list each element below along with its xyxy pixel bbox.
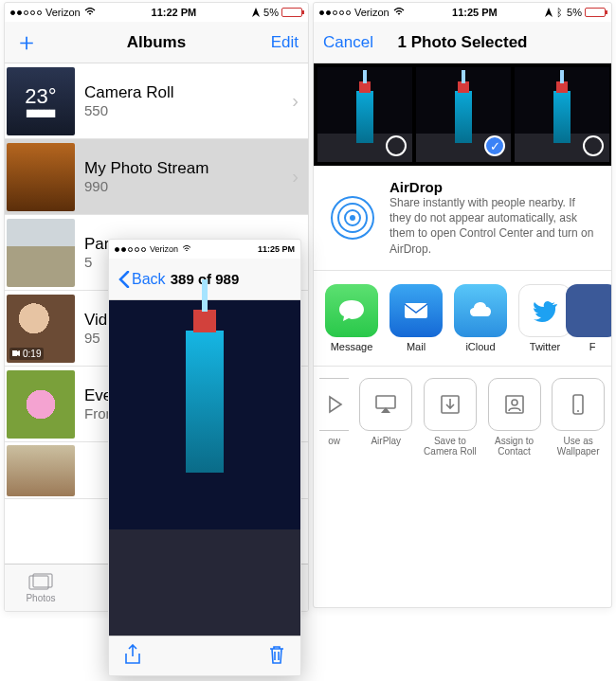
airdrop-title: AirDrop [390,179,596,195]
wifi-icon [182,245,191,253]
svg-point-6 [350,215,355,221]
location-icon [545,8,553,17]
share-label: Mail [407,341,426,352]
statusbar: Verizon 11:25 PM [109,240,300,259]
photo-strip[interactable]: ✓ [314,63,611,166]
chevron-right-icon: › [292,90,299,112]
album-row[interactable]: My Photo Stream 990 › [5,139,308,215]
share-icon [122,644,143,665]
album-thumbnail [7,445,75,496]
airdrop-description: Share instantly with people nearby. If t… [390,195,596,257]
album-name: My Photo Stream [84,159,292,178]
share-message-button[interactable]: Message [325,284,378,352]
action-wallpaper-button[interactable]: Use as Wallpaper [551,378,606,457]
action-label: Use as Wallpaper [551,436,606,457]
phone-icon [552,378,605,431]
status-time: 11:25 PM [452,7,498,18]
status-time: 11:22 PM [152,7,197,18]
select-circle[interactable] [583,135,604,156]
play-icon [319,378,349,431]
action-row: ow AirPlay Save to Camera Roll Assign to… [314,367,611,469]
svg-rect-7 [405,303,427,318]
location-icon [252,8,260,17]
albums-navbar: ＋ Albums Edit [5,22,308,63]
tab-label: Photos [26,593,55,603]
wifi-icon [393,8,405,17]
svg-point-13 [577,410,579,412]
action-save-button[interactable]: Save to Camera Roll [423,378,478,457]
video-badge: 0:19 [9,348,44,360]
photos-icon [27,573,54,592]
album-thumbnail [7,143,75,211]
carrier-label: Verizon [150,244,178,254]
share-services-row: Message Mail iCloud Twitter F [314,271,611,367]
share-icloud-button[interactable]: iCloud [454,284,507,352]
action-label: ow [328,436,340,447]
share-screen: Verizon 11:25 PM ᛒ 5% Cancel 1 Photo Sel… [313,2,612,608]
photo-thumbnail[interactable]: ✓ [416,67,511,162]
action-label: Assign to Contact [487,436,542,457]
share-label: Message [331,341,373,352]
action-assign-contact-button[interactable]: Assign to Contact [487,378,542,457]
mail-icon [390,284,443,337]
statusbar: Verizon 11:25 PM ᛒ 5% [314,3,611,22]
share-label: F [589,341,596,352]
contact-icon [488,378,541,431]
back-button[interactable]: Back [118,271,166,288]
svg-rect-0 [12,350,17,356]
action-label: Save to Camera Roll [423,436,478,457]
share-mail-button[interactable]: Mail [390,284,443,352]
battery-indicator: 5% [263,7,302,18]
signal-icon [115,247,146,252]
tab-photos[interactable]: Photos [5,565,77,611]
share-button[interactable] [122,644,143,669]
camera-icon [12,350,20,356]
wifi-icon [84,8,96,17]
photo-detail-screen: Verizon 11:25 PM Back 389 of 989 [108,239,301,676]
status-time: 11:25 PM [258,244,295,254]
facebook-icon [566,284,612,337]
battery-indicator: 5% [567,7,606,18]
message-icon [325,284,378,337]
album-count: 990 [84,178,292,194]
battery-percent: 5% [567,7,582,18]
action-airplay-button[interactable]: AirPlay [358,378,413,457]
album-thumbnail: 0:19 [7,295,75,363]
add-album-button[interactable]: ＋ [14,26,39,59]
carrier-label: Verizon [45,7,81,18]
airdrop-icon [329,194,376,242]
photo-viewport[interactable] [109,300,300,637]
select-circle-checked[interactable]: ✓ [484,135,505,156]
battery-percent: 5% [263,7,279,18]
cancel-button[interactable]: Cancel [323,33,373,52]
signal-icon [10,10,42,15]
photo-thumbnail[interactable] [515,67,609,162]
airplay-icon [359,378,412,431]
photo-toolbar [109,636,300,675]
twitter-icon [518,284,571,337]
album-name: Camera Roll [84,83,292,102]
bluetooth-icon: ᛒ [556,7,563,18]
signal-icon [319,10,351,15]
airdrop-row[interactable]: AirDrop Share instantly with people near… [314,166,611,271]
trash-icon [266,644,287,665]
action-slideshow-button[interactable]: ow [319,378,349,457]
photo-thumbnail[interactable] [317,67,412,162]
edit-button[interactable]: Edit [271,33,299,52]
album-thumbnail [7,370,75,439]
statusbar: Verizon 11:22 PM 5% [5,3,308,22]
page-title: Albums [5,33,308,52]
share-label: iCloud [465,341,495,352]
select-circle[interactable] [386,135,407,156]
share-more-button[interactable]: F [583,284,602,352]
trash-button[interactable] [266,644,287,669]
share-twitter-button[interactable]: Twitter [518,284,571,352]
album-row[interactable]: 23°▇▇▇▇▇ Camera Roll 550 › [5,63,308,139]
svg-point-11 [512,400,517,405]
share-label: Twitter [530,341,560,352]
action-label: AirPlay [371,436,401,447]
svg-rect-8 [376,396,395,408]
cloud-icon [454,284,507,337]
chevron-right-icon: › [292,166,299,188]
album-thumbnail [7,219,75,287]
